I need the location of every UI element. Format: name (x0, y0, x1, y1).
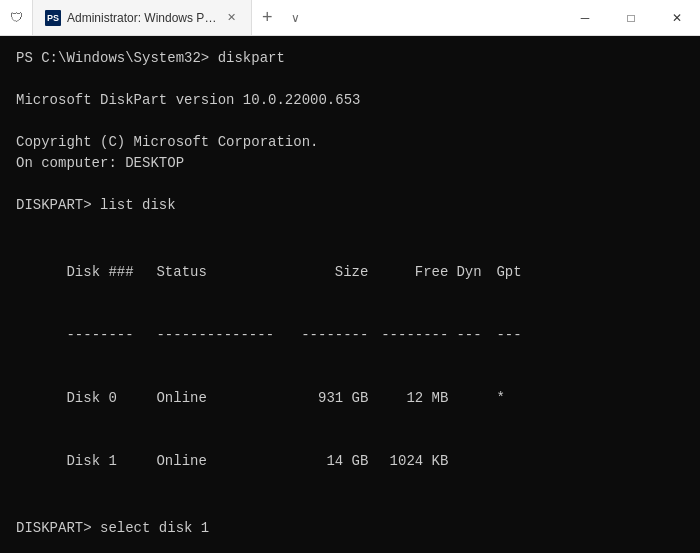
window-controls: ─ □ ✕ (562, 0, 700, 35)
disk1-status: Online (156, 451, 296, 472)
terminal-line-prompt1: PS C:\Windows\System32> diskpart (16, 48, 684, 69)
sep-dyn: --- (456, 325, 496, 346)
disk0-free: 12 MB (376, 388, 456, 409)
prompt2-text: DISKPART> (16, 197, 100, 213)
tab-close-button[interactable]: ✕ (223, 10, 239, 26)
disk0-status: Online (156, 388, 296, 409)
col-dyn-header: Dyn (456, 262, 496, 283)
sep-status: -------------- (156, 325, 296, 346)
blank-line-3 (16, 174, 684, 195)
disk1-size: 14 GB (296, 451, 376, 472)
disk1-name: Disk 1 (66, 451, 156, 472)
col-status-header: Status (156, 262, 296, 283)
cmd2-text: list disk (100, 197, 176, 213)
tab-icon-area: 🛡 (0, 0, 32, 35)
terminal-version-line: Microsoft DiskPart version 10.0.22000.65… (16, 90, 684, 111)
table-header-row: Disk ###StatusSizeFreeDynGpt (16, 241, 684, 304)
blank-line-4 (16, 216, 684, 237)
blank-line-6 (16, 539, 684, 553)
terminal-computer: On computer: DESKTOP (16, 153, 684, 174)
sep-disk: -------- (66, 325, 156, 346)
col-gpt-header: Gpt (496, 262, 536, 283)
sep-size: -------- (296, 325, 376, 346)
maximize-button[interactable]: □ (608, 0, 654, 35)
blank-line-5 (16, 497, 684, 518)
col-disk-header: Disk ### (66, 262, 156, 283)
sep-free: -------- (376, 325, 456, 346)
blank-line-1 (16, 69, 684, 90)
cmd3-text: select disk 1 (100, 520, 209, 536)
powershell-icon: PS (45, 10, 61, 26)
disk0-gpt: * (496, 388, 536, 409)
tab-title: Administrator: Windows Powe (67, 11, 217, 25)
tab-area: 🛡 PS Administrator: Windows Powe ✕ + ∨ (0, 0, 562, 35)
prompt3-text: DISKPART> (16, 520, 100, 536)
terminal-prompt2: DISKPART> list disk (16, 195, 684, 216)
disk1-free: 1024 KB (376, 451, 456, 472)
col-free-header: Free (376, 262, 456, 283)
tab-dropdown-button[interactable]: ∨ (283, 0, 308, 35)
terminal-copyright: Copyright (C) Microsoft Corporation. (16, 132, 684, 153)
disk0-name: Disk 0 (66, 388, 156, 409)
table-separator-row: ----------------------------------------… (16, 304, 684, 367)
blank-line-2 (16, 111, 684, 132)
disk-table: Disk ###StatusSizeFreeDynGpt -----------… (16, 241, 684, 493)
table-row-disk1: Disk 1Online14 GB1024 KB (16, 430, 684, 493)
close-button[interactable]: ✕ (654, 0, 700, 35)
terminal-prompt3: DISKPART> select disk 1 (16, 518, 684, 539)
active-tab[interactable]: PS Administrator: Windows Powe ✕ (32, 0, 252, 35)
new-tab-button[interactable]: + (252, 0, 283, 35)
disk0-size: 931 GB (296, 388, 376, 409)
title-bar: 🛡 PS Administrator: Windows Powe ✕ + ∨ ─… (0, 0, 700, 36)
sep-gpt: --- (496, 325, 536, 346)
prompt1-text: PS C:\Windows\System32> (16, 50, 218, 66)
shield-icon: 🛡 (8, 10, 24, 26)
col-size-header: Size (296, 262, 376, 283)
minimize-button[interactable]: ─ (562, 0, 608, 35)
terminal-output: PS C:\Windows\System32> diskpart Microso… (0, 36, 700, 553)
table-row-disk0: Disk 0Online931 GB12 MB* (16, 367, 684, 430)
cmd1-text: diskpart (218, 50, 285, 66)
